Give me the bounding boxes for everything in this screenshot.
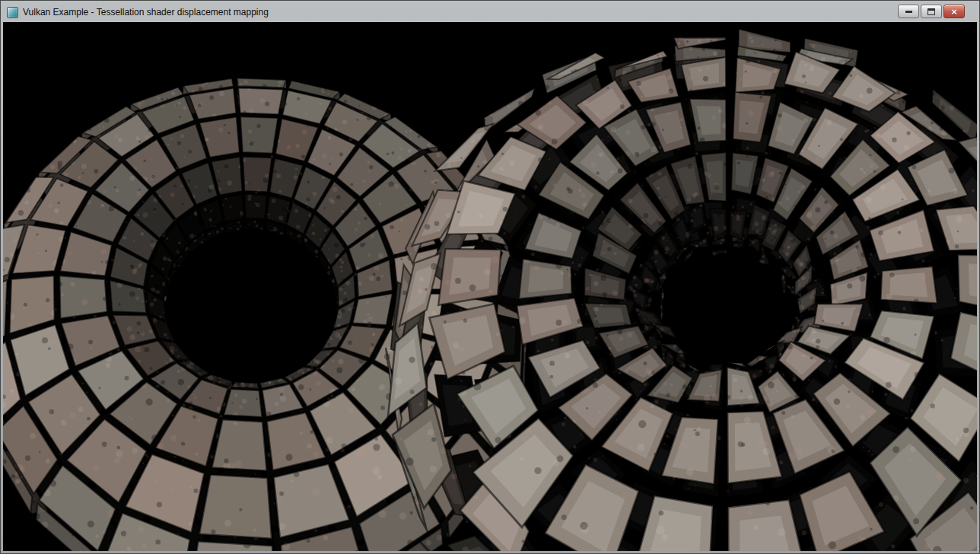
viewport-canvas[interactable]	[3, 22, 977, 551]
maximize-icon	[928, 8, 935, 15]
minimize-icon	[905, 11, 912, 13]
window-controls: ×	[898, 5, 965, 18]
window-icon[interactable]	[7, 7, 18, 18]
close-button[interactable]: ×	[943, 5, 965, 18]
minimize-button[interactable]	[898, 5, 919, 18]
titlebar[interactable]: Vulkan Example - Tessellation shader dis…	[3, 3, 977, 22]
render-viewport	[3, 22, 977, 551]
app-window: Vulkan Example - Tessellation shader dis…	[0, 0, 980, 554]
close-icon: ×	[951, 7, 957, 17]
maximize-button[interactable]	[921, 5, 942, 18]
window-title: Vulkan Example - Tessellation shader dis…	[23, 3, 898, 22]
